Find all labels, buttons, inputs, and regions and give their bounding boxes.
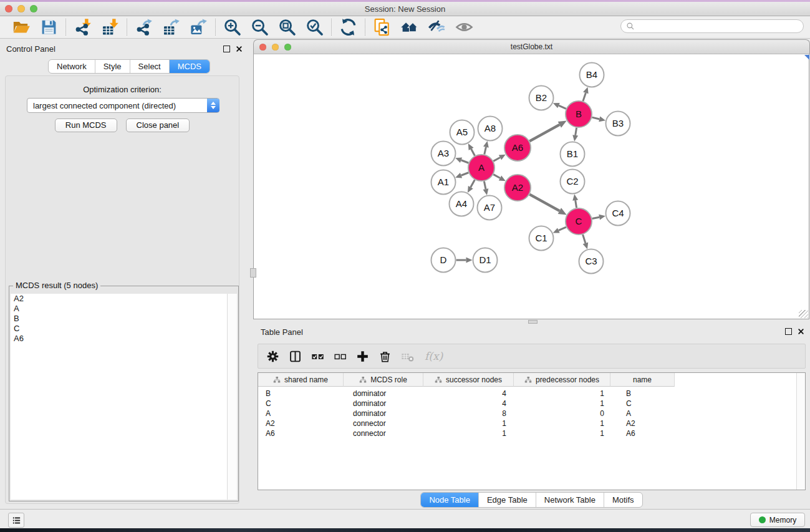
tab-style[interactable]: Style [95, 60, 130, 73]
table-cell[interactable]: C [258, 399, 344, 409]
graph-node-A1[interactable]: A1 [432, 170, 456, 195]
graph-edge-A-A3[interactable] [461, 160, 469, 163]
graph-node-A3[interactable]: A3 [432, 142, 456, 166]
table-cell[interactable]: 0 [514, 409, 610, 418]
refresh-icon[interactable] [339, 18, 357, 36]
table-cell[interactable]: 4 [423, 389, 514, 399]
graph-node-B4[interactable]: B4 [580, 63, 604, 87]
graph-node-D[interactable]: D [432, 248, 456, 273]
search-box[interactable] [620, 19, 804, 33]
table-cell[interactable]: A2 [258, 418, 344, 428]
graph-node-A4[interactable]: A4 [450, 192, 474, 216]
table-cell[interactable]: dominator [344, 389, 423, 399]
close-panel-icon[interactable] [236, 46, 243, 52]
graph-node-C4[interactable]: C4 [606, 201, 630, 226]
graph-edge-B-B3[interactable] [592, 117, 599, 119]
graph-node-A2[interactable]: A2 [504, 175, 531, 201]
import-table-icon[interactable] [101, 18, 119, 36]
hide-eye-icon[interactable] [428, 18, 446, 36]
graph-edge-C-C3[interactable] [583, 235, 586, 243]
table-cell[interactable]: 1 [514, 418, 610, 428]
table-cell[interactable]: C [610, 399, 675, 409]
graph-node-C[interactable]: C [566, 208, 592, 235]
table-cell[interactable]: B [610, 389, 675, 399]
check-pair-icon[interactable] [311, 350, 324, 363]
table-cell[interactable]: 1 [514, 399, 610, 409]
export-table-icon[interactable] [162, 18, 180, 36]
import-network-icon[interactable] [74, 18, 92, 36]
table-cell[interactable]: connector [344, 428, 423, 438]
network-graph[interactable]: AA1A2A3A4A5A6A7A8BB1B2B3B4CC1C2C3C4DD1 [254, 55, 809, 319]
zoom-selected-icon[interactable] [306, 18, 324, 36]
optimization-criterion-dropdown[interactable]: largest connected component (directed) [27, 98, 219, 113]
table-cell[interactable]: A [258, 409, 344, 418]
graph-edge-C-C1[interactable] [559, 227, 566, 230]
table-cell[interactable]: 8 [423, 409, 514, 418]
graph-node-B1[interactable]: B1 [561, 142, 585, 167]
graph-node-B3[interactable]: B3 [606, 112, 630, 136]
task-history-button[interactable] [8, 513, 24, 528]
graph-edge-B-B1[interactable] [576, 128, 577, 135]
table-cell[interactable]: B [258, 389, 344, 399]
close-table-panel-icon[interactable] [798, 328, 804, 335]
memory-button[interactable]: Memory [750, 513, 805, 527]
tab-node-table[interactable]: Node Table [421, 493, 478, 507]
graph-edge-A6-B[interactable] [529, 125, 559, 141]
column-header-shared-name[interactable]: shared name [258, 373, 344, 387]
table-cell[interactable]: 1 [423, 428, 514, 438]
tab-motifs[interactable]: Motifs [604, 493, 642, 507]
table-cell[interactable]: A [610, 409, 675, 418]
export-image-icon[interactable] [190, 18, 208, 36]
graph-edge-A-A4[interactable] [471, 180, 475, 187]
table-cell[interactable]: 1 [423, 418, 514, 428]
graph-edge-A-A5[interactable] [471, 149, 475, 156]
column-header-name[interactable]: name [610, 373, 675, 387]
mcds-result-item[interactable]: A2 [11, 294, 228, 304]
show-eye-icon[interactable] [455, 18, 473, 36]
graph-node-A7[interactable]: A7 [478, 196, 502, 220]
graph-node-A[interactable]: A [468, 155, 494, 181]
tab-edge-table[interactable]: Edge Table [478, 493, 536, 507]
table-cell[interactable]: A6 [258, 428, 344, 438]
zoom-fit-icon[interactable] [278, 18, 296, 36]
table-cell[interactable]: A2 [610, 418, 675, 428]
graph-edge-B-B4[interactable] [583, 93, 586, 101]
float-panel-icon[interactable] [223, 46, 230, 52]
column-header-MCDS-role[interactable]: MCDS role [344, 373, 423, 387]
graph-edge-A-A1[interactable] [461, 173, 469, 175]
table-cell[interactable]: 4 [423, 399, 514, 409]
mcds-result-item[interactable]: C [11, 324, 228, 334]
graph-node-A6[interactable]: A6 [504, 135, 531, 161]
table-cell[interactable]: 1 [514, 389, 610, 399]
mcds-result-list[interactable]: A2ABCA6 [11, 294, 228, 500]
table-scrollbar[interactable] [796, 373, 805, 490]
vertical-splitter-handle[interactable] [250, 268, 256, 278]
table-cell[interactable]: dominator [344, 399, 423, 409]
zoom-out-icon[interactable] [251, 18, 269, 36]
graph-node-B[interactable]: B [566, 101, 592, 127]
graph-node-A8[interactable]: A8 [478, 117, 503, 141]
graph-edge-A-A8[interactable] [485, 147, 486, 155]
mcds-result-item[interactable]: B [11, 314, 228, 324]
table-cell[interactable]: A6 [610, 428, 675, 438]
run-mcds-button[interactable]: Run MCDS [55, 118, 117, 132]
graph-edge-A-A6[interactable] [493, 157, 500, 161]
mcds-result-item[interactable]: A [11, 304, 228, 314]
tab-mcds[interactable]: MCDS [169, 60, 210, 73]
graph-node-C2[interactable]: C2 [561, 170, 585, 194]
home-pair-icon[interactable] [400, 18, 418, 36]
mcds-result-item[interactable]: A6 [11, 334, 228, 344]
float-table-panel-icon[interactable] [785, 328, 792, 335]
node-table[interactable]: shared nameMCDS rolesuccessor nodesprede… [258, 372, 806, 490]
graph-node-C3[interactable]: C3 [579, 249, 604, 274]
open-folder-icon[interactable] [12, 18, 31, 36]
horizontal-splitter-handle[interactable] [528, 320, 538, 324]
duplicate-network-icon[interactable] [373, 18, 391, 36]
column-header-predecessor-nodes[interactable]: predecessor nodes [514, 373, 610, 387]
mcds-result-scrollbar[interactable] [227, 294, 237, 500]
graph-edge-A-A2[interactable] [493, 175, 500, 178]
save-icon[interactable] [40, 18, 58, 36]
export-network-icon[interactable] [135, 18, 153, 36]
graph-edge-C-C2[interactable] [576, 200, 577, 208]
tab-network[interactable]: Network [49, 60, 95, 73]
